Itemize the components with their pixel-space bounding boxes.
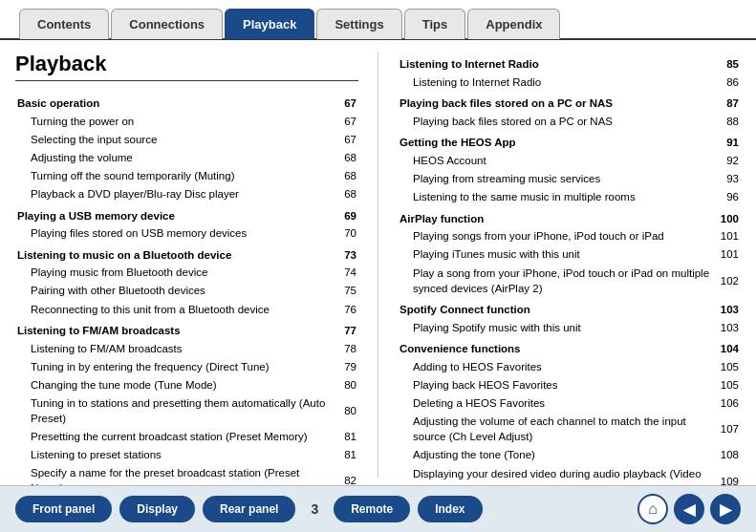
index-button[interactable]: Index	[418, 496, 482, 522]
toc-sub-label[interactable]: Adding to HEOS Favorites	[398, 358, 714, 376]
tab-playback[interactable]: Playback	[225, 9, 314, 39]
toc-section-page: 69	[332, 203, 358, 224]
toc-sub-label[interactable]: Pairing with other Bluetooth devices	[15, 282, 332, 300]
toc-section-page: 100	[714, 206, 741, 227]
toc-sub-page: 105	[714, 376, 741, 394]
toc-section-page: 85	[714, 52, 741, 73]
tab-tips[interactable]: Tips	[404, 9, 466, 39]
toc-section-label: Listening to music on a Bluetooth device	[15, 243, 332, 264]
toc-sub-label[interactable]: Listening to FM/AM broadcasts	[15, 339, 332, 357]
toc-sub-label[interactable]: Playing music from Bluetooth device	[15, 264, 332, 282]
toc-sub-label[interactable]: Tuning in by entering the frequency (Dir…	[15, 357, 332, 375]
toc-sub-label[interactable]: Adjusting the volume	[15, 148, 332, 166]
page-number: 3	[311, 501, 318, 517]
toc-sub-page: 103	[714, 318, 741, 336]
main-content: Playback Basic operation67Turning the po…	[0, 40, 756, 485]
toc-sub-page: 74	[332, 264, 358, 282]
toc-sub-label[interactable]: HEOS Account	[398, 151, 714, 169]
toc-section-label: AirPlay function	[398, 206, 714, 227]
toc-sub-label[interactable]: Playing iTunes music with this unit	[398, 245, 714, 264]
toc-section-page: 104	[714, 336, 741, 357]
toc-sub-page: 68	[332, 184, 358, 202]
toc-sub-label[interactable]: Play a song from your iPhone, iPod touch…	[398, 264, 714, 297]
toc-sub-label[interactable]: Playing from streaming music services	[398, 170, 714, 188]
toc-sub-page: 82	[332, 464, 358, 485]
toc-sub-page: 68	[332, 166, 358, 184]
display-button[interactable]: Display	[119, 496, 195, 522]
toc-sub-label[interactable]: Specify a name for the preset broadcast …	[15, 464, 332, 485]
toc-sub-label[interactable]: Changing the tune mode (Tune Mode)	[15, 375, 332, 394]
toc-sub-label[interactable]: Adjusting the volume of each channel to …	[398, 413, 714, 446]
tab-contents[interactable]: Contents	[19, 9, 109, 39]
toc-sub-page: 108	[714, 446, 741, 464]
toc-sub-label[interactable]: Playing Spotify music with this unit	[398, 318, 714, 336]
column-divider	[378, 52, 378, 478]
remote-button[interactable]: Remote	[334, 496, 410, 522]
toc-sub-label[interactable]: Playback a DVD player/Blu-ray Disc playe…	[15, 184, 332, 202]
toc-sub-page: 105	[714, 358, 741, 376]
tab-appendix[interactable]: Appendix	[467, 9, 560, 39]
toc-sub-label[interactable]: Playing songs from your iPhone, iPod tou…	[398, 227, 714, 245]
toc-sub-label[interactable]: Listening to Internet Radio	[398, 73, 714, 91]
toc-sub-page: 67	[332, 130, 358, 148]
toc-section-page: 87	[714, 91, 741, 112]
toc-sub-page: 80	[332, 375, 358, 394]
toc-sub-label[interactable]: Turning off the sound temporarily (Mutin…	[15, 166, 332, 184]
toc-sub-label[interactable]: Presetting the current broadcast station…	[15, 428, 332, 446]
toc-sub-page: 76	[332, 300, 358, 318]
back-button[interactable]: ◀	[674, 494, 704, 524]
toc-section-label: Convenience functions	[398, 336, 714, 357]
toc-sub-label[interactable]: Reconnecting to this unit from a Bluetoo…	[15, 300, 332, 318]
page-title: Playback	[15, 52, 358, 81]
toc-section-label: Listening to Internet Radio	[398, 52, 714, 73]
rear-panel-button[interactable]: Rear panel	[203, 496, 295, 522]
toc-sub-label[interactable]: Playing files stored on USB memory devic…	[15, 224, 332, 243]
toc-section-label: Spotify Connect function	[398, 297, 714, 318]
toc-sub-label[interactable]: Listening to preset stations	[15, 446, 332, 464]
right-column: Listening to Internet Radio85Listening t…	[398, 52, 741, 478]
toc-sub-page: 96	[714, 188, 741, 206]
bottom-nav-left: Front panel Display Rear panel 3 Remote …	[15, 496, 483, 522]
toc-sub-label[interactable]: Playing back files stored on a PC or NAS	[398, 112, 714, 130]
home-button[interactable]: ⌂	[637, 494, 668, 524]
toc-sub-label[interactable]: Displaying your desired video during aud…	[398, 464, 714, 485]
toc-sub-page: 106	[714, 394, 741, 413]
toc-sub-label[interactable]: Playing back HEOS Favorites	[398, 376, 714, 394]
toc-sub-page: 86	[714, 73, 741, 91]
toc-sub-page: 93	[714, 170, 741, 188]
left-toc-table: Basic operation67Turning the power on67S…	[15, 91, 358, 485]
toc-sub-page: 67	[332, 112, 358, 130]
toc-sub-page: 75	[332, 282, 358, 300]
toc-sub-label[interactable]: Tuning in to stations and presetting the…	[15, 394, 332, 428]
toc-sub-label[interactable]: Listening to the same music in multiple …	[398, 188, 714, 206]
toc-sub-label[interactable]: Adjusting the tone (Tone)	[398, 446, 714, 464]
toc-sub-page: 101	[714, 245, 741, 264]
bottom-navigation: Front panel Display Rear panel 3 Remote …	[0, 485, 756, 532]
toc-sub-page: 107	[714, 413, 741, 446]
toc-section-page: 73	[332, 243, 358, 264]
tab-connections[interactable]: Connections	[111, 9, 223, 39]
toc-section-page: 91	[714, 130, 741, 151]
forward-button[interactable]: ▶	[710, 494, 741, 524]
top-navigation: ContentsConnectionsPlaybackSettingsTipsA…	[0, 0, 756, 40]
toc-section-label: Playing a USB memory device	[15, 203, 332, 224]
front-panel-button[interactable]: Front panel	[15, 496, 112, 522]
toc-sub-label[interactable]: Turning the power on	[15, 112, 332, 130]
toc-sub-page: 68	[332, 148, 358, 166]
toc-section-page: 77	[332, 318, 358, 339]
tab-settings[interactable]: Settings	[316, 9, 401, 39]
toc-section-label: Listening to FM/AM broadcasts	[15, 318, 332, 339]
toc-sub-page: 79	[332, 357, 358, 375]
toc-section-label: Playing back files stored on a PC or NAS	[398, 91, 714, 112]
toc-sub-label[interactable]: Selecting the input source	[15, 130, 332, 148]
toc-sub-page: 109	[714, 464, 741, 485]
toc-sub-page: 88	[714, 112, 741, 130]
toc-sub-page: 78	[332, 339, 358, 357]
toc-sub-page: 80	[332, 394, 358, 428]
toc-sub-page: 92	[714, 151, 741, 169]
toc-sub-page: 70	[332, 224, 358, 243]
toc-sub-page: 101	[714, 227, 741, 245]
left-column: Playback Basic operation67Turning the po…	[15, 52, 358, 478]
toc-sub-page: 81	[332, 428, 358, 446]
toc-sub-label[interactable]: Deleting a HEOS Favorites	[398, 394, 714, 413]
